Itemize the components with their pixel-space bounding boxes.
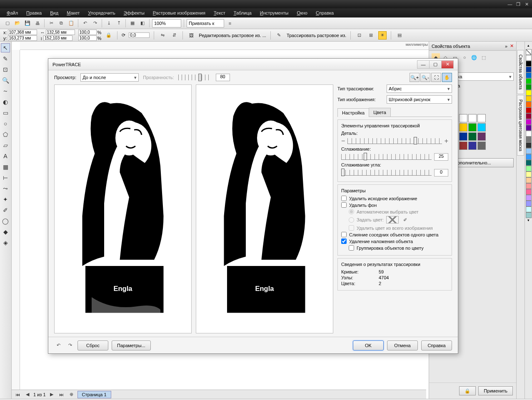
zoom-out-icon[interactable]: 🔍- xyxy=(420,73,430,82)
dimension-tool-icon[interactable]: ⊢ xyxy=(1,173,10,182)
save-icon[interactable]: 💾 xyxy=(23,19,32,27)
palette-color[interactable] xyxy=(526,67,532,72)
swatch[interactable] xyxy=(477,123,486,132)
first-page-icon[interactable]: ⏮ xyxy=(13,390,22,399)
app-launcher-icon[interactable]: ▦ xyxy=(128,19,137,27)
pick-tool-icon[interactable]: ↖ xyxy=(1,43,10,52)
dialog-minimize-icon[interactable]: — xyxy=(417,60,430,69)
zoom-tool-icon[interactable]: 🔍 xyxy=(1,76,10,85)
options-icon[interactable]: ≡ xyxy=(226,19,234,27)
scaley-input[interactable]: 100,0 xyxy=(78,35,97,41)
open-icon[interactable]: 📂 xyxy=(13,19,22,27)
x-input[interactable]: 107,368 мм xyxy=(8,30,37,35)
trace-type-combo[interactable]: Абрис xyxy=(387,84,452,93)
brightness-icon[interactable]: ☀ xyxy=(378,31,387,40)
wrap-text-icon[interactable]: ▤ xyxy=(395,31,404,40)
docker-close-icon[interactable]: ✕ xyxy=(510,43,514,49)
print-icon[interactable]: 🖶 xyxy=(33,19,42,27)
crop-icon[interactable]: ⊡ xyxy=(355,31,363,40)
tab-settings[interactable]: Настройка xyxy=(337,108,369,117)
page-tab[interactable]: Страница 1 xyxy=(77,391,111,398)
group-by-color-checkbox[interactable] xyxy=(349,245,354,251)
palette-color[interactable] xyxy=(526,119,532,125)
cancel-button[interactable]: Отмена xyxy=(387,340,418,350)
cut-icon[interactable]: ✂ xyxy=(47,19,55,27)
palette-color[interactable] xyxy=(526,137,532,142)
reset-button[interactable]: Сброс xyxy=(77,340,108,350)
menu-окно[interactable]: Окно xyxy=(293,10,311,16)
basic-shapes-tool-icon[interactable]: ▱ xyxy=(1,141,10,150)
docker-tab[interactable]: Свойства объекта xyxy=(517,50,524,94)
text-tool-icon[interactable]: A xyxy=(1,152,10,161)
eyedropper-tool-icon[interactable]: ✐ xyxy=(1,206,10,215)
width-input[interactable]: 132,58 мм xyxy=(46,30,75,35)
ok-button[interactable]: OK xyxy=(353,340,384,350)
palette-color[interactable] xyxy=(526,72,532,78)
palette-up-icon[interactable]: ▴ xyxy=(526,43,532,49)
import-icon[interactable]: ⤓ xyxy=(105,19,113,27)
menu-упорядочить[interactable]: Упорядочить xyxy=(85,10,118,16)
docker-tab[interactable]: Растровая цветовая маска xyxy=(517,95,524,156)
minimize-icon[interactable]: — xyxy=(506,1,514,7)
mirror-h-icon[interactable]: ⇋ xyxy=(158,31,167,40)
apply-button[interactable]: Применить xyxy=(478,386,513,395)
smoothing-slider[interactable] xyxy=(341,154,432,160)
freehand-tool-icon[interactable]: ～ xyxy=(1,87,10,96)
swatch[interactable] xyxy=(477,132,486,141)
zoom-fit-icon[interactable]: ⛶ xyxy=(431,73,441,82)
palette-color[interactable] xyxy=(526,55,532,61)
last-page-icon[interactable]: ⏭ xyxy=(57,390,66,399)
curve-tab-icon[interactable]: ⬚ xyxy=(480,53,488,62)
no-color-swatch[interactable] xyxy=(526,49,532,55)
copy-icon[interactable]: ⧉ xyxy=(57,19,65,27)
palette-color[interactable] xyxy=(526,206,532,212)
swatch[interactable] xyxy=(459,142,467,150)
trace-bitmap-icon[interactable]: ✎ xyxy=(275,31,283,40)
welcome-icon[interactable]: ◧ xyxy=(138,19,147,27)
swatch[interactable] xyxy=(477,142,486,150)
prev-page-icon[interactable]: ◀ xyxy=(23,390,32,399)
new-icon[interactable]: ▢ xyxy=(3,19,12,27)
paste-icon[interactable]: 📋 xyxy=(67,19,75,27)
lock-ratio-icon[interactable]: 🔒 xyxy=(105,31,113,40)
table-tool-icon[interactable]: ▦ xyxy=(1,162,10,171)
palette-color[interactable] xyxy=(526,154,532,160)
web-tab-icon[interactable]: 🌐 xyxy=(470,53,478,62)
palette-color[interactable] xyxy=(526,90,532,96)
plus-icon[interactable]: + xyxy=(445,137,448,145)
palette-color[interactable] xyxy=(526,177,532,183)
options-button[interactable]: Параметры... xyxy=(112,340,151,350)
close-icon[interactable]: ✕ xyxy=(523,1,530,7)
snap-combo[interactable]: Привязать к xyxy=(187,19,224,27)
palette-color[interactable] xyxy=(526,171,532,177)
swatch[interactable] xyxy=(468,142,477,150)
undo-trace-icon[interactable]: ↶ xyxy=(54,341,62,350)
menu-инструменты[interactable]: Инструменты xyxy=(257,10,292,16)
shape-tool-icon[interactable]: ✎ xyxy=(1,54,10,63)
palette-color[interactable] xyxy=(526,131,532,137)
help-button[interactable]: Справка xyxy=(421,340,452,350)
palette-color[interactable] xyxy=(526,78,532,84)
palette-color[interactable] xyxy=(526,61,532,67)
corner-slider[interactable] xyxy=(341,170,432,176)
swatch[interactable] xyxy=(477,114,486,122)
pan-icon[interactable]: ✋ xyxy=(442,73,452,82)
y-input[interactable]: 163,273 мм xyxy=(8,35,37,41)
palette-color[interactable] xyxy=(526,102,532,107)
minus-icon[interactable]: − xyxy=(341,137,345,145)
edit-raster-button[interactable]: Редактировать растровое из. ... xyxy=(199,33,266,38)
palette-color[interactable] xyxy=(526,107,532,113)
menu-справка[interactable]: Справка xyxy=(312,10,337,16)
menu-файл[interactable]: Файл xyxy=(3,10,21,16)
palette-color[interactable] xyxy=(526,166,532,171)
trace-raster-button[interactable]: Трассировать растровое из. xyxy=(287,33,346,38)
palette-color[interactable] xyxy=(526,142,532,148)
mirror-v-icon[interactable]: ⇵ xyxy=(170,31,178,40)
next-page-icon[interactable]: ▶ xyxy=(47,390,56,399)
menu-макет[interactable]: Макет xyxy=(63,10,83,16)
scalex-input[interactable]: 100,0 xyxy=(78,30,97,35)
palette-color[interactable] xyxy=(526,195,532,201)
menu-вид[interactable]: Вид xyxy=(47,10,62,16)
export-icon[interactable]: ⤒ xyxy=(115,19,123,27)
fill-tool-icon[interactable]: ◆ xyxy=(1,227,10,236)
